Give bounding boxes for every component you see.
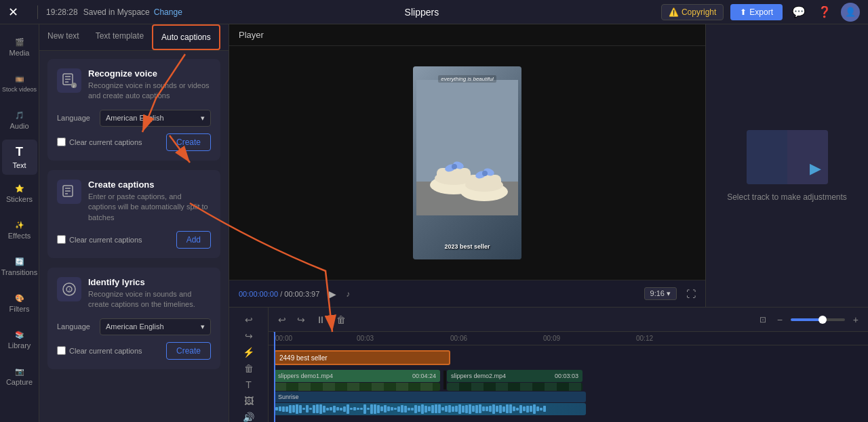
waveform-bar (452, 406, 454, 412)
topbar-time: 19:28:28 (46, 7, 78, 17)
video2-track[interactable]: slippers demo2.mp4 00:03:03 (447, 370, 583, 382)
sidebar-item-transitions[interactable]: 🔄 Transitions (2, 249, 37, 284)
create-button-1[interactable]: Create (166, 133, 211, 151)
fit-button[interactable]: ⊡ (757, 312, 769, 327)
waveform-bar (455, 406, 458, 412)
tab-auto-captions[interactable]: Auto captions (152, 24, 220, 50)
split-button[interactable]: ⏸ (313, 312, 328, 328)
create-desc: Enter or paste captions, and captions wi… (88, 192, 211, 223)
ruler-mark-4: 00:12 (636, 335, 653, 342)
waveform-bar (397, 406, 400, 412)
export-button[interactable]: ⬆ Export (730, 4, 783, 20)
create-captions-section: Create captions Enter or paste captions,… (47, 170, 220, 258)
delete-button[interactable]: 🗑 (334, 312, 349, 328)
audio-icon: 🎵 (15, 111, 24, 120)
tl-text-track-btn[interactable]: T (239, 379, 258, 390)
waveform-bar (377, 405, 380, 413)
tl-undo-btn[interactable]: ↩ (239, 314, 258, 325)
waveform-bar (363, 404, 366, 414)
tl-video-track-btn[interactable]: 🖼 (239, 396, 258, 406)
create-actions: Clear current captions Add (57, 231, 211, 249)
sidebar-item-effects[interactable]: ✨ Effects (2, 213, 37, 248)
caption-track-item[interactable]: 2449 best seller (274, 350, 450, 365)
undo-button[interactable]: ↩ (275, 312, 289, 328)
chat-icon-button[interactable]: 💬 (789, 3, 808, 21)
play-button[interactable]: ▶ (329, 289, 336, 299)
sidebar-item-stickers[interactable]: ⭐ Stickers (2, 176, 37, 211)
clear-lyrics-checkbox[interactable] (57, 346, 66, 355)
video-preview: everything is beautiful 2023 best seller (413, 66, 521, 259)
select-track-message: Select track to make adjustments (727, 192, 847, 202)
lyrics-language-row: Language American English ▾ (57, 318, 211, 335)
tiktok-icon: ♪ (346, 289, 350, 299)
sidebar-item-filters[interactable]: 🎨 Filters (2, 286, 37, 321)
sidebar-item-media[interactable]: 🎬 Media (2, 30, 37, 65)
clear-captions-2-label[interactable]: Clear current captions (57, 235, 171, 244)
waveform-bar (380, 406, 383, 411)
caption-track-row: 2449 best seller (269, 348, 868, 367)
waveform-bar (448, 405, 451, 413)
clear-captions-checkbox-label[interactable]: Clear current captions (57, 138, 161, 146)
waveform-bar (462, 406, 465, 413)
media-icon: 🎬 (15, 38, 24, 47)
fullscreen-button[interactable]: ⛶ (686, 289, 696, 299)
waveform-bar (408, 408, 410, 410)
sidebar-item-library[interactable]: 📚 Library (2, 322, 37, 358)
waveform-bar (441, 407, 444, 410)
tl-redo-btn[interactable]: ↪ (239, 331, 258, 341)
tab-new-text[interactable]: New text (39, 24, 87, 50)
ruler-mark-2: 00:06 (450, 335, 467, 342)
waveform-bar (275, 407, 278, 410)
waveform-bar (530, 406, 532, 412)
waveform-bar (472, 406, 475, 412)
create-button-2[interactable]: Create (166, 342, 211, 360)
clear-captions-checkbox[interactable] (57, 138, 66, 146)
topbar-right: ⚠️ Copyright ⬆ Export 💬 ❓ 👤 (661, 3, 860, 22)
right-area: Player (229, 24, 868, 422)
video1-track[interactable]: slippers demo1.mp4 00:04:24 (274, 370, 440, 382)
change-link[interactable]: Change (154, 7, 182, 17)
lyrics-language-select[interactable]: American English ▾ (100, 318, 211, 335)
sidebar-item-capture[interactable]: 📷 Capture (2, 359, 37, 394)
clear-lyrics-label[interactable]: Clear current captions (57, 346, 161, 355)
video-preview-img: everything is beautiful 2023 best seller (413, 66, 521, 259)
video-track-row: slippers demo1.mp4 00:04:24 slippers dem… (269, 368, 868, 392)
language-select[interactable]: American English ▾ (100, 110, 211, 127)
avatar[interactable]: 👤 (841, 3, 860, 22)
waveform-bar (289, 405, 292, 413)
clear-captions-2-checkbox[interactable] (57, 235, 66, 244)
sidebar-item-stock[interactable]: 🎞️ Stock videos (2, 66, 37, 102)
playhead[interactable] (274, 332, 275, 422)
tl-audio-track-btn[interactable]: 🔊 (239, 412, 258, 422)
zoom-slider[interactable] (791, 318, 845, 321)
waveform-bar (475, 405, 478, 413)
waveform-bar (414, 405, 417, 413)
waveform-bar (411, 408, 414, 410)
waveform-bar (316, 404, 319, 413)
lyrics-icon: ♪ (57, 277, 81, 301)
tl-split-btn[interactable]: ⚡ (239, 347, 258, 358)
lyrics-chevron-down-icon: ▾ (201, 322, 205, 331)
time-display: 00:00:00:00 / 00:00:3:97 (239, 290, 319, 298)
redo-button[interactable]: ↪ (294, 312, 308, 328)
audio-container: Sunrise (274, 392, 586, 415)
lyrics-language-label: Language (57, 322, 94, 331)
language-label: Language (57, 114, 94, 122)
audio-track[interactable]: Sunrise (274, 392, 586, 402)
ratio-button[interactable]: 9:16 ▾ (644, 287, 677, 300)
waveform-bar (418, 406, 420, 412)
sidebar-item-text[interactable]: T Text (2, 140, 37, 175)
add-button[interactable]: Add (176, 231, 211, 249)
help-icon-button[interactable]: ❓ (815, 3, 834, 21)
sidebar-item-audio[interactable]: 🎵 Audio (2, 103, 37, 138)
tab-text-template[interactable]: Text template (87, 24, 152, 50)
tl-delete-btn[interactable]: 🗑 (239, 363, 258, 374)
waveform-bar (343, 406, 346, 412)
copyright-button[interactable]: ⚠️ Copyright (661, 4, 724, 20)
zoom-in-button[interactable]: + (850, 312, 861, 328)
warning-icon: ⚠️ (669, 7, 679, 17)
stickers-icon: ⭐ (15, 184, 24, 193)
waveform-bar (367, 408, 370, 410)
waveform-bar (536, 406, 539, 411)
zoom-out-button[interactable]: − (774, 312, 785, 328)
